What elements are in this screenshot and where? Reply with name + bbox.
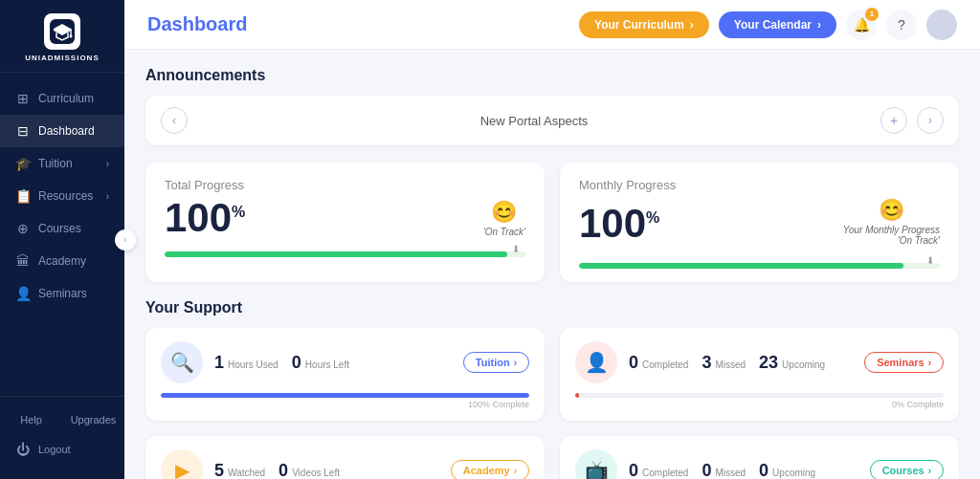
upcoming-stat: 23 Upcoming (759, 353, 825, 373)
chevron-right-icon: › (928, 466, 931, 476)
academy-btn-label: Academy (463, 465, 510, 476)
seminars-icon: 👤 (15, 286, 31, 301)
courses-completed-label: Completed (642, 468, 688, 478)
tuition-card-top: 🔍 1 Hours Used 0 Hours Left Tuition (161, 341, 529, 383)
academy-icon: 🏛 (15, 253, 31, 269)
videos-left-stat: 0 Videos Left (278, 461, 340, 480)
announcements-add-button[interactable]: + (880, 107, 907, 134)
notification-badge: 1 (865, 8, 879, 21)
hours-used-stat: 1 Hours Used (214, 353, 278, 373)
upcoming-num: 23 (759, 353, 778, 373)
sidebar-item-tuition[interactable]: 🎓 Tuition › (0, 147, 124, 180)
notification-wrapper: 🔔 1 (846, 10, 877, 40)
help-button[interactable]: ? (886, 10, 917, 40)
announcements-card: ‹ New Portal Aspects + › (145, 96, 959, 145)
sidebar-item-curriculum[interactable]: ⊞ Curriculum (0, 82, 124, 115)
seminars-button[interactable]: Seminars › (864, 352, 944, 373)
main-content: Dashboard Your Curriculum › Your Calenda… (124, 0, 980, 479)
seminars-icon-wrap: 👤 (575, 341, 617, 383)
seminars-support-card: 👤 0 Completed 3 Missed 23 Upcoming (560, 328, 959, 421)
academy-stats: 5 Watched 0 Videos Left (214, 461, 439, 480)
total-progress-title: Total Progress (165, 178, 525, 192)
courses-btn-label: Courses (882, 465, 924, 476)
total-progress-bar: ⬇ (165, 251, 525, 257)
chevron-right-icon: › (928, 358, 931, 368)
tuition-bar-label: 100% Complete (161, 400, 529, 409)
courses-icon: ⊕ (15, 221, 31, 236)
header-actions: Your Curriculum › Your Calendar › 🔔 1 ? (579, 10, 957, 40)
sidebar-logo: UNIADMISSIONS (0, 0, 124, 73)
monthly-progress-card: Monthly Progress 100% 😊 Your Monthly Pro… (560, 163, 959, 282)
videos-left-label: Videos Left (292, 468, 340, 478)
header: Dashboard Your Curriculum › Your Calenda… (124, 0, 980, 50)
support-row: 🔍 1 Hours Used 0 Hours Left Tuition (145, 328, 959, 479)
sidebar-item-label: Courses (38, 222, 81, 235)
upgrades-label: Upgrades (71, 414, 117, 425)
dashboard-icon: ⊟ (15, 123, 31, 139)
sidebar-item-seminars[interactable]: 👤 Seminars (0, 277, 124, 310)
sidebar-item-help[interactable]: Help (0, 406, 62, 433)
academy-icon-wrap: ▶ (161, 449, 203, 479)
monthly-progress-percent: 100% (579, 204, 659, 244)
content-area: Announcements ‹ New Portal Aspects + › T… (124, 50, 980, 479)
tuition-stats: 1 Hours Used 0 Hours Left (214, 353, 452, 373)
sidebar: UNIADMISSIONS ⊞ Curriculum ⊟ Dashboard 🎓… (0, 0, 124, 479)
sidebar-bottom: Help Upgrades ⏻ Logout (0, 396, 124, 479)
missed-num: 3 (702, 353, 711, 373)
courses-missed-label: Missed (715, 468, 746, 478)
sidebar-item-label: Resources (38, 189, 93, 203)
sidebar-item-courses[interactable]: ⊕ Courses (0, 212, 124, 245)
watched-stat: 5 Watched (214, 461, 265, 480)
support-title: Your Support (145, 299, 959, 316)
missed-label: Missed (715, 359, 746, 370)
calendar-button[interactable]: Your Calendar › (719, 11, 836, 38)
progress-row: Total Progress 100% 😊 'On Track' ⬇ (145, 163, 959, 282)
monthly-progress-bar: ⬇ (579, 263, 940, 269)
courses-card-top: 📺 0 Completed 0 Missed 0 Upcoming (575, 449, 944, 479)
hours-left-stat: 0 Hours Left (292, 353, 349, 373)
academy-button[interactable]: Academy › (451, 460, 529, 479)
logout-icon: ⏻ (15, 442, 31, 457)
completed-num: 0 (629, 353, 638, 373)
sidebar-collapse-button[interactable]: ‹ (115, 229, 136, 250)
sidebar-item-logout[interactable]: ⏻ Logout (0, 433, 124, 466)
courses-missed-num: 0 (702, 461, 711, 480)
upcoming-label: Upcoming (782, 359, 825, 370)
bar-icon: ⬇ (926, 255, 934, 266)
curriculum-button[interactable]: Your Curriculum › (579, 11, 709, 38)
resources-icon: 📋 (15, 188, 31, 204)
courses-upcoming-stat: 0 Upcoming (759, 461, 815, 480)
logout-label: Logout (38, 444, 71, 455)
monthly-progress-body: 100% 😊 Your Monthly Progress 'On Track' (579, 198, 940, 250)
curriculum-chevron-icon: › (690, 18, 694, 32)
sidebar-item-label: Academy (38, 254, 86, 268)
chevron-right-icon: › (106, 159, 109, 169)
logo-icon (44, 13, 80, 50)
announcements-prev-button[interactable]: ‹ (161, 107, 188, 134)
completed-label: Completed (642, 359, 688, 370)
watched-num: 5 (214, 461, 224, 480)
chevron-right-icon: › (106, 191, 109, 202)
sidebar-item-resources[interactable]: 📋 Resources › (0, 180, 124, 212)
total-on-track: 😊 'On Track' (483, 200, 525, 237)
sidebar-item-label: Seminars (38, 287, 87, 300)
svg-point-2 (70, 35, 73, 38)
courses-icon-wrap: 📺 (575, 449, 617, 479)
sidebar-item-academy[interactable]: 🏛 Academy (0, 245, 124, 277)
tuition-icon: 🎓 (15, 156, 31, 171)
tuition-icon-wrap: 🔍 (161, 341, 203, 383)
monthly-progress-title: Monthly Progress (579, 178, 940, 192)
page-title: Dashboard (147, 13, 247, 35)
help-label: Help (20, 414, 42, 425)
total-progress-percent: 100% (165, 198, 245, 238)
sidebar-item-dashboard[interactable]: ⊟ Dashboard (0, 115, 124, 147)
missed-stat: 3 Missed (702, 353, 746, 373)
courses-button[interactable]: Courses › (870, 460, 944, 479)
hours-left-num: 0 (292, 353, 301, 373)
announcements-next-button[interactable]: › (917, 107, 944, 134)
total-progress-card: Total Progress 100% 😊 'On Track' ⬇ (145, 163, 545, 282)
hours-used-num: 1 (214, 353, 224, 373)
sidebar-item-upgrades[interactable]: Upgrades (62, 406, 124, 433)
bar-icon: ⬇ (512, 244, 520, 254)
tuition-button[interactable]: Tuition › (463, 352, 529, 373)
